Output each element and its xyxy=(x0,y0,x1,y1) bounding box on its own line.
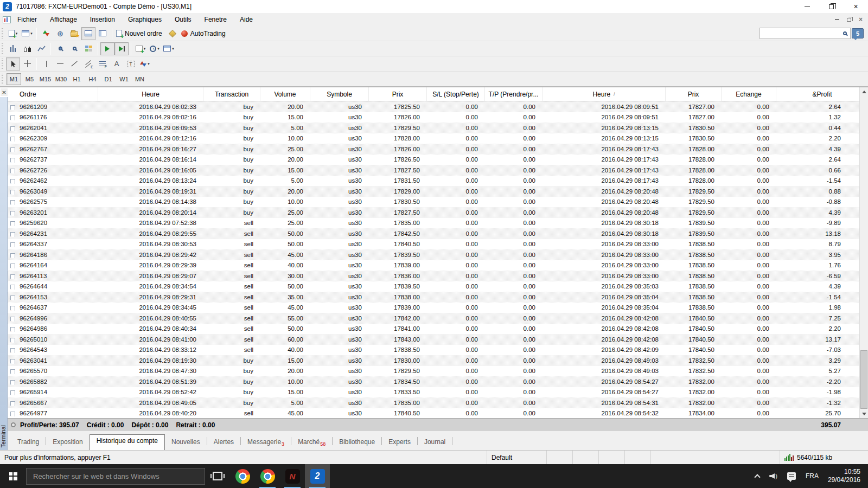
table-row[interactable]: 962655702016.04.29 08:47:30buy20.00us301… xyxy=(8,366,868,377)
chrome-taskbar-button-2[interactable] xyxy=(255,464,280,488)
chart-shift-button[interactable] xyxy=(114,42,129,55)
column-header-ordre[interactable]: Ordre xyxy=(8,87,98,101)
tile-windows-button[interactable] xyxy=(81,42,95,55)
timeframe-m30[interactable]: M30 xyxy=(54,73,68,85)
column-header-transaction[interactable]: Transaction xyxy=(203,87,260,101)
tab-alertes[interactable]: Alertes xyxy=(207,436,240,450)
language-indicator[interactable]: FRA xyxy=(801,464,824,488)
table-row[interactable]: 962656672016.04.29 08:49:05buy5.00us3017… xyxy=(8,397,868,408)
menu-insertion[interactable]: Insertion xyxy=(84,14,122,25)
trendline-tool-button[interactable] xyxy=(67,57,81,70)
toolbar-grip[interactable] xyxy=(2,28,3,39)
periods-button[interactable]: ▾ xyxy=(148,42,162,55)
column-header-heure-open[interactable]: Heure xyxy=(98,87,203,101)
column-header-symbole[interactable]: Symbole xyxy=(310,87,368,101)
volume-button[interactable]: ) xyxy=(764,464,782,488)
terminal-close-button[interactable]: ✕ xyxy=(1,88,8,96)
table-row[interactable]: 962658822016.04.29 08:51:39buy10.00us301… xyxy=(8,376,868,387)
timeframe-m5[interactable]: M5 xyxy=(22,73,37,85)
templates-button[interactable]: ▾ xyxy=(162,42,176,55)
line-chart-button[interactable] xyxy=(34,42,48,55)
text-label-tool-button[interactable]: T xyxy=(124,57,138,70)
tab-nouvelles[interactable]: Nouvelles xyxy=(165,436,207,450)
menu-affichage[interactable]: Affichage xyxy=(43,14,84,25)
table-row[interactable]: 962632012016.04.29 08:20:14buy25.00us301… xyxy=(8,207,868,218)
terminal-caption-strip[interactable] xyxy=(0,97,8,450)
tray-expand-button[interactable] xyxy=(750,464,764,488)
menu-fichier[interactable]: Fichier xyxy=(11,14,43,25)
column-header-heure-close[interactable]: Heure / xyxy=(542,87,665,101)
menu-outils[interactable]: Outils xyxy=(168,14,198,25)
table-row[interactable]: 962624622016.04.29 08:13:24buy5.00us3017… xyxy=(8,176,868,187)
column-header-prix-open[interactable]: Prix xyxy=(368,87,426,101)
vertical-scrollbar[interactable] xyxy=(859,87,868,418)
toolbar-grip[interactable] xyxy=(2,43,3,54)
autotrading-button[interactable]: AutoTrading xyxy=(180,27,229,40)
menu-graphiques[interactable]: Graphiques xyxy=(122,14,168,25)
scrollbar-thumb[interactable] xyxy=(860,350,867,409)
table-row[interactable]: 962641642016.04.29 08:29:39sell40.00us30… xyxy=(8,260,868,271)
table-row[interactable]: 962596202016.04.29 07:52:38sell25.00us30… xyxy=(8,218,868,229)
table-row[interactable]: 962649862016.04.29 08:40:34sell50.00us30… xyxy=(8,324,868,335)
market-watch-button[interactable] xyxy=(39,27,53,40)
table-row[interactable]: 962623092016.04.29 08:12:16buy10.00us301… xyxy=(8,133,868,144)
menu-aide[interactable]: Aide xyxy=(233,14,259,25)
horizontal-line-tool-button[interactable] xyxy=(53,57,67,70)
timeframe-w1[interactable]: W1 xyxy=(117,73,131,85)
arrows-tool-button[interactable]: ▾ xyxy=(138,57,152,70)
bar-chart-button[interactable] xyxy=(6,42,20,55)
taskbar-search-box[interactable]: Rechercher sur le web et dans Windows xyxy=(26,468,205,485)
table-row[interactable]: 962645432016.04.29 08:33:12sell40.00us30… xyxy=(8,345,868,356)
table-row[interactable]: 962620412016.04.29 08:09:53buy5.00us3017… xyxy=(8,123,868,133)
mdi-restore-button[interactable] xyxy=(847,18,851,22)
tab-marche[interactable]: Marché58 xyxy=(291,436,332,450)
red-app-taskbar-button[interactable]: N xyxy=(280,464,305,488)
tab-exposition[interactable]: Exposition xyxy=(46,436,89,450)
table-row[interactable]: 962627672016.04.29 08:16:27buy25.00us301… xyxy=(8,144,868,155)
mdi-close-button[interactable]: × xyxy=(859,16,863,23)
column-header-profit[interactable]: &Profit xyxy=(776,87,868,101)
chat-notification-button[interactable]: 5 xyxy=(852,28,864,38)
close-button[interactable]: × xyxy=(844,0,868,13)
column-header-prix-close[interactable]: Prix xyxy=(665,87,721,101)
table-row[interactable]: 962649772016.04.29 08:40:20sell45.00us30… xyxy=(8,408,868,419)
timeframe-m15[interactable]: M15 xyxy=(38,73,53,85)
chart-window-icon[interactable] xyxy=(3,16,11,23)
mdi-minimize-button[interactable] xyxy=(835,19,839,20)
timeframe-d1[interactable]: D1 xyxy=(101,73,116,85)
toolbar-grip[interactable] xyxy=(2,59,3,69)
task-view-button[interactable] xyxy=(205,464,230,488)
timeframe-h4[interactable]: H4 xyxy=(85,73,100,85)
new-order-button[interactable]: + Nouvel ordre xyxy=(114,27,165,40)
strategy-tester-button[interactable] xyxy=(95,27,110,40)
table-row[interactable]: 962646372016.04.29 08:34:45sell45.00us30… xyxy=(8,303,868,313)
table-row[interactable]: 962612092016.04.29 08:02:33buy20.00us301… xyxy=(8,101,868,112)
table-row[interactable]: 962611762016.04.29 08:02:16buy15.00us301… xyxy=(8,112,868,123)
table-row[interactable]: 962643372016.04.29 08:30:53sell50.00us30… xyxy=(8,239,868,250)
vertical-line-tool-button[interactable] xyxy=(39,57,53,70)
tab-messagerie[interactable]: Messagerie3 xyxy=(241,436,291,450)
table-row[interactable]: 962641862016.04.29 08:29:42sell45.00us30… xyxy=(8,249,868,260)
table-row[interactable]: 962627262016.04.29 08:16:05buy15.00us301… xyxy=(8,165,868,176)
candlestick-chart-button[interactable] xyxy=(20,42,34,55)
crosshair-tool-button[interactable] xyxy=(20,57,34,70)
status-profile[interactable]: Default xyxy=(487,451,546,464)
table-row[interactable]: 962649962016.04.29 08:40:55sell55.00us30… xyxy=(8,313,868,324)
scroll-up-arrow[interactable] xyxy=(860,87,868,96)
timeframe-m1[interactable]: M1 xyxy=(7,73,21,85)
tab-historique-du-compte[interactable]: Historique du compte xyxy=(90,434,165,450)
table-row[interactable]: 962642312016.04.29 08:29:55sell50.00us30… xyxy=(8,228,868,239)
cursor-tool-button[interactable] xyxy=(6,57,20,70)
chrome-taskbar-button[interactable] xyxy=(230,464,255,488)
search-input[interactable] xyxy=(760,28,851,39)
scroll-down-arrow[interactable] xyxy=(860,409,868,418)
taskbar-clock[interactable]: 10:55 29/04/2016 xyxy=(824,468,868,484)
toolbar-grip[interactable] xyxy=(2,74,3,85)
mt4-taskbar-button[interactable]: 2 xyxy=(305,464,330,488)
column-header-tp[interactable]: T/P (Prendre/pr... xyxy=(484,87,542,101)
menu-fenetre[interactable]: Fenetre xyxy=(198,14,233,25)
restore-button[interactable] xyxy=(819,0,844,13)
table-row[interactable]: 962641532016.04.29 08:29:31sell35.00us30… xyxy=(8,292,868,303)
tab-trading[interactable]: Trading xyxy=(11,436,46,450)
table-row[interactable]: 962650102016.04.29 08:41:00sell60.00us30… xyxy=(8,334,868,345)
